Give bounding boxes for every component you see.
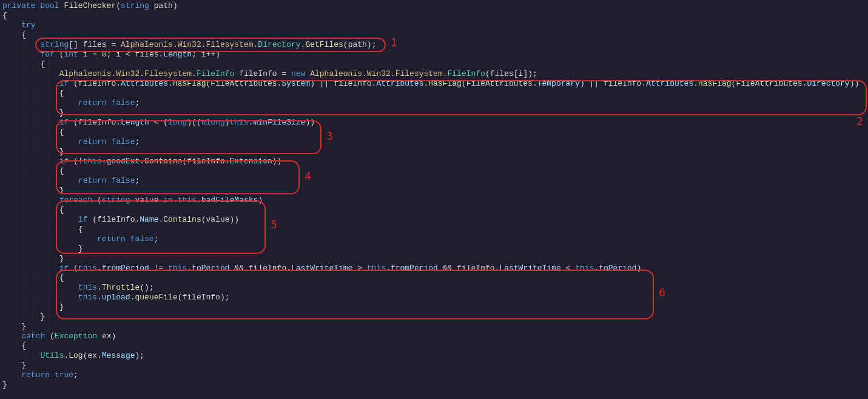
keyword-bool: bool [40,1,59,10]
code-block: private bool FileChecker(string path) { … [2,1,859,390]
keyword-try: try [21,21,35,30]
method-name: FileChecker [64,1,116,10]
keyword-private: private [2,1,36,10]
keyword-for: for [40,50,54,59]
